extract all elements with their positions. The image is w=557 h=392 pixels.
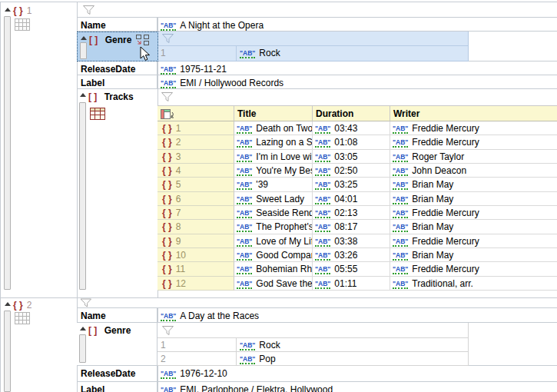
track-title-cell[interactable]: Love of My Life — [234, 234, 313, 248]
key-cell-label[interactable]: Label — [77, 382, 157, 392]
genre-value-cell[interactable]: Rock — [237, 338, 280, 351]
string-type-icon — [161, 370, 176, 379]
genre-value-text: Pop — [259, 354, 275, 364]
key-cell-releasedate[interactable]: ReleaseDate — [77, 366, 157, 382]
track-duration-cell[interactable]: 02:50 — [313, 164, 390, 178]
table-view-icon[interactable] — [15, 312, 30, 327]
track-row-header[interactable]: { }12 — [157, 277, 234, 291]
filter-funnel-icon[interactable] — [161, 327, 174, 338]
column-header-writer[interactable]: Writer — [390, 106, 557, 121]
track-writer-cell[interactable]: Brian May — [390, 192, 557, 206]
track-row-header[interactable]: { }11 — [157, 262, 234, 276]
tracks-table-view-icon[interactable] — [90, 108, 105, 122]
track-duration-cell[interactable]: 03:26 — [313, 248, 390, 262]
key-cell-name[interactable]: Name — [77, 18, 157, 32]
value-cell-label[interactable]: EMI / Hollywood Records — [157, 75, 557, 89]
table-view-icon[interactable] — [15, 18, 30, 33]
track-writer-cell[interactable]: Freddie Mercury — [390, 234, 557, 248]
object-braces-icon: { } — [162, 179, 172, 190]
tracks-node-label[interactable]: [ ] Tracks — [88, 91, 134, 102]
genre-index-cell[interactable]: 2 — [157, 352, 237, 365]
tracks-corner-header[interactable] — [157, 106, 234, 121]
column-header-duration[interactable]: Duration — [313, 106, 390, 121]
track-writer-cell[interactable]: Freddie Mercury — [390, 262, 557, 276]
record2-extent-scrollbar[interactable] — [4, 311, 11, 392]
column-header-title[interactable]: Title — [234, 106, 313, 121]
record2-node-label[interactable]: { }2 — [13, 300, 31, 311]
track-title-cell[interactable]: Seaside Rendezv — [234, 206, 313, 220]
collapse-triangle-tracks[interactable] — [80, 93, 86, 97]
tracks-extent-scrollbar[interactable] — [79, 102, 86, 290]
genre-node-label: [ ] Genre — [88, 325, 131, 336]
track-row-header[interactable]: { }4 — [157, 164, 234, 178]
track-writer-cell[interactable]: Freddie Mercury — [390, 206, 557, 220]
track-writer-cell[interactable]: Roger Taylor — [390, 150, 557, 164]
collapse-triangle-genre2[interactable] — [80, 327, 86, 331]
track-duration-cell[interactable]: 04:01 — [313, 192, 390, 206]
track-duration-cell[interactable]: 03:05 — [313, 150, 390, 164]
track-writer-cell[interactable]: Freddie Mercury — [390, 121, 557, 135]
collapse-triangle-record1[interactable] — [5, 8, 11, 12]
track-row-header[interactable]: { }7 — [157, 206, 234, 220]
track-writer-cell[interactable]: Brian May — [390, 178, 557, 191]
track-row-header[interactable]: { }8 — [157, 220, 234, 234]
track-duration-cell[interactable]: 03:25 — [313, 178, 390, 191]
filter-funnel-icon[interactable] — [80, 298, 92, 310]
value-cell-releasedate[interactable]: 1976-12-10 — [157, 366, 557, 382]
track-writer-cell[interactable]: Freddie Mercury — [390, 135, 557, 149]
value-cell-label[interactable]: EMI, Parlophone / Elektra, Hollywood — [157, 382, 557, 392]
string-type-icon — [393, 139, 408, 148]
track-duration-cell[interactable]: 03:43 — [313, 121, 390, 135]
track-title-cell[interactable]: Death on Two Le — [234, 121, 313, 135]
track-row-header[interactable]: { }3 — [157, 150, 234, 164]
track-row-header[interactable]: { }9 — [157, 234, 234, 248]
record1-node-label[interactable]: { }1 — [13, 5, 31, 16]
track-title-cell[interactable]: The Prophet's S — [234, 220, 313, 234]
filter-funnel-icon[interactable] — [161, 35, 174, 46]
track-writer-cell[interactable]: Brian May — [390, 248, 557, 262]
filter-funnel-icon[interactable] — [82, 5, 95, 18]
track-title-cell[interactable]: Sweet Lady — [234, 192, 313, 206]
value-cell-name[interactable]: A Night at the Opera — [157, 18, 557, 32]
track-title-cell[interactable]: '39 — [234, 178, 313, 191]
track-writer-cell[interactable]: Brian May — [390, 220, 557, 234]
track-duration-cell[interactable]: 03:38 — [313, 234, 390, 248]
record1-extent-scrollbar[interactable] — [4, 16, 11, 290]
track-title-cell[interactable]: You're My Best Fr — [234, 164, 313, 178]
track-duration-cell[interactable]: 01:11 — [313, 277, 390, 291]
string-type-icon — [393, 210, 408, 218]
genre1-extent-scrollbar[interactable] — [80, 42, 87, 59]
key-cell-name[interactable]: Name — [77, 308, 157, 323]
transpose-table-icon[interactable] — [161, 111, 175, 121]
filter-funnel-icon[interactable] — [161, 91, 174, 105]
track-title-cell[interactable]: Lazing on a Sun — [234, 135, 313, 149]
track-writer-cell[interactable]: John Deacon — [390, 164, 557, 178]
key-cell-label[interactable]: Label — [77, 75, 157, 89]
value-cell-name[interactable]: A Day at the Races — [157, 308, 557, 323]
track-row-header[interactable]: { }5 — [157, 178, 234, 191]
track-title-cell[interactable]: Good Company — [234, 248, 313, 262]
collapse-triangle-genre1[interactable] — [81, 36, 87, 40]
genre-row: 1 Rock — [157, 46, 468, 61]
track-title-cell[interactable]: Bohemian Rhap — [234, 262, 313, 276]
genre-value-cell[interactable]: Pop — [237, 352, 276, 365]
track-row-header[interactable]: { }10 — [157, 248, 234, 262]
track-title-cell[interactable]: God Save the Q — [234, 277, 313, 291]
track-row-header[interactable]: { }2 — [157, 135, 234, 149]
genre-node-cell[interactable]: [ ] Genre — [77, 323, 157, 366]
track-title-cell[interactable]: I'm in Love with — [234, 150, 313, 164]
track-writer-cell[interactable]: Traditional, arr. — [390, 277, 557, 291]
genre-index-cell[interactable]: 1 — [157, 338, 237, 351]
object-braces-icon: { } — [162, 194, 172, 204]
track-duration-cell[interactable]: 01:08 — [313, 135, 390, 149]
genre-value-cell[interactable]: Rock — [237, 46, 280, 61]
track-duration-cell[interactable]: 05:55 — [313, 262, 390, 276]
collapse-triangle-record2[interactable] — [5, 302, 11, 306]
track-duration-cell[interactable]: 08:17 — [313, 220, 390, 234]
genre-index-cell[interactable]: 1 — [157, 46, 237, 61]
genre2-extent-scrollbar[interactable] — [79, 334, 86, 363]
track-row-header[interactable]: { }6 — [157, 192, 234, 206]
value-cell-releasedate[interactable]: 1975-11-21 — [157, 61, 557, 75]
track-row-header[interactable]: { }1 — [157, 121, 234, 135]
track-duration-cell[interactable]: 02:13 — [313, 206, 390, 220]
